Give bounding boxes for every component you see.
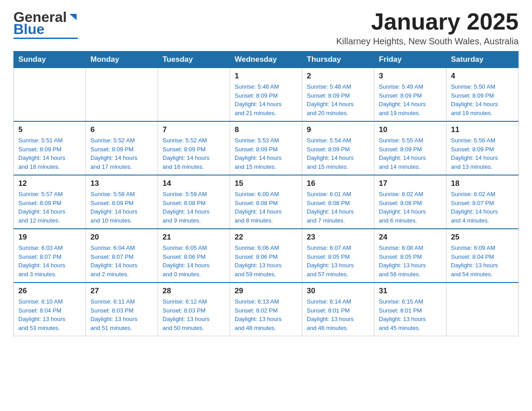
day-number: 4: [451, 72, 514, 81]
table-row: [86, 68, 158, 122]
day-number: 5: [18, 125, 81, 134]
table-row: 2Sunrise: 5:48 AMSunset: 8:09 PMDaylight…: [302, 68, 374, 122]
day-number: 19: [18, 233, 81, 242]
col-monday: Monday: [86, 51, 158, 68]
day-number: 3: [379, 72, 442, 81]
day-info: Sunrise: 5:53 AMSunset: 8:09 PMDaylight:…: [235, 136, 297, 171]
day-info: Sunrise: 5:52 AMSunset: 8:09 PMDaylight:…: [90, 136, 153, 171]
day-number: 25: [451, 233, 514, 242]
table-row: 24Sunrise: 6:08 AMSunset: 8:05 PMDayligh…: [374, 229, 446, 283]
day-info: Sunrise: 5:49 AMSunset: 8:09 PMDaylight:…: [379, 82, 442, 117]
logo-blue: Blue: [13, 23, 44, 36]
day-info: Sunrise: 6:02 AMSunset: 8:07 PMDaylight:…: [451, 190, 514, 225]
table-row: 19Sunrise: 6:03 AMSunset: 8:07 PMDayligh…: [14, 229, 86, 283]
table-row: 30Sunrise: 6:14 AMSunset: 8:01 PMDayligh…: [302, 283, 374, 336]
table-row: 6Sunrise: 5:52 AMSunset: 8:09 PMDaylight…: [86, 121, 158, 175]
day-number: 12: [18, 179, 81, 188]
table-row: [14, 68, 86, 122]
day-info: Sunrise: 5:58 AMSunset: 8:09 PMDaylight:…: [90, 190, 153, 225]
col-wednesday: Wednesday: [230, 51, 302, 68]
header: General Blue January 2025 Killarney Heig…: [13, 9, 519, 47]
day-number: 9: [307, 125, 369, 134]
day-number: 29: [235, 287, 297, 295]
day-info: Sunrise: 5:48 AMSunset: 8:09 PMDaylight:…: [307, 82, 369, 117]
day-info: Sunrise: 6:02 AMSunset: 8:08 PMDaylight:…: [379, 190, 442, 225]
day-number: 20: [90, 233, 153, 242]
day-info: Sunrise: 6:03 AMSunset: 8:07 PMDaylight:…: [18, 244, 81, 278]
day-info: Sunrise: 6:01 AMSunset: 8:08 PMDaylight:…: [307, 190, 369, 225]
day-info: Sunrise: 6:10 AMSunset: 8:04 PMDaylight:…: [18, 297, 81, 332]
location: Killarney Heights, New South Wales, Aust…: [336, 36, 519, 47]
day-info: Sunrise: 6:15 AMSunset: 8:01 PMDaylight:…: [379, 297, 442, 332]
table-row: [446, 283, 519, 336]
day-info: Sunrise: 6:07 AMSunset: 8:05 PMDaylight:…: [307, 244, 369, 278]
table-row: 1Sunrise: 5:48 AMSunset: 8:09 PMDaylight…: [230, 68, 302, 122]
table-row: 10Sunrise: 5:55 AMSunset: 8:09 PMDayligh…: [374, 121, 446, 175]
table-row: 16Sunrise: 6:01 AMSunset: 8:08 PMDayligh…: [302, 175, 374, 229]
table-row: 7Sunrise: 5:52 AMSunset: 8:09 PMDaylight…: [158, 121, 230, 175]
table-row: 29Sunrise: 6:13 AMSunset: 8:02 PMDayligh…: [230, 283, 302, 336]
calendar: Sunday Monday Tuesday Wednesday Thursday…: [13, 51, 519, 336]
logo-underline: [13, 38, 78, 39]
day-info: Sunrise: 6:09 AMSunset: 8:04 PMDaylight:…: [451, 244, 514, 278]
calendar-header-row: Sunday Monday Tuesday Wednesday Thursday…: [14, 51, 519, 68]
day-number: 21: [163, 233, 225, 242]
day-number: 13: [90, 179, 153, 188]
day-info: Sunrise: 5:57 AMSunset: 8:09 PMDaylight:…: [18, 190, 81, 225]
day-info: Sunrise: 5:52 AMSunset: 8:09 PMDaylight:…: [163, 136, 225, 171]
day-number: 6: [90, 125, 153, 134]
day-info: Sunrise: 6:04 AMSunset: 8:07 PMDaylight:…: [90, 244, 153, 278]
day-number: 31: [379, 287, 442, 295]
table-row: 31Sunrise: 6:15 AMSunset: 8:01 PMDayligh…: [374, 283, 446, 336]
table-row: 20Sunrise: 6:04 AMSunset: 8:07 PMDayligh…: [86, 229, 158, 283]
table-row: 28Sunrise: 6:12 AMSunset: 8:03 PMDayligh…: [158, 283, 230, 336]
logo-triangle-icon: [68, 12, 78, 22]
table-row: 13Sunrise: 5:58 AMSunset: 8:09 PMDayligh…: [86, 175, 158, 229]
day-number: 30: [307, 287, 369, 295]
day-info: Sunrise: 6:08 AMSunset: 8:05 PMDaylight:…: [379, 244, 442, 278]
day-number: 7: [163, 125, 225, 134]
day-number: 27: [90, 287, 153, 295]
col-saturday: Saturday: [446, 51, 519, 68]
col-tuesday: Tuesday: [158, 51, 230, 68]
day-info: Sunrise: 5:51 AMSunset: 8:09 PMDaylight:…: [18, 136, 81, 171]
day-number: 17: [379, 179, 442, 188]
day-number: 18: [451, 179, 514, 188]
table-row: 17Sunrise: 6:02 AMSunset: 8:08 PMDayligh…: [374, 175, 446, 229]
day-number: 22: [235, 233, 297, 242]
table-row: 11Sunrise: 5:56 AMSunset: 8:09 PMDayligh…: [446, 121, 519, 175]
day-number: 2: [307, 72, 369, 81]
table-row: 12Sunrise: 5:57 AMSunset: 8:09 PMDayligh…: [14, 175, 86, 229]
table-row: 22Sunrise: 6:06 AMSunset: 8:06 PMDayligh…: [230, 229, 302, 283]
title-area: January 2025 Killarney Heights, New Sout…: [336, 9, 519, 47]
col-sunday: Sunday: [14, 51, 86, 68]
logo: General Blue: [13, 9, 78, 39]
day-info: Sunrise: 6:13 AMSunset: 8:02 PMDaylight:…: [235, 297, 297, 332]
day-number: 1: [235, 72, 297, 81]
table-row: 3Sunrise: 5:49 AMSunset: 8:09 PMDaylight…: [374, 68, 446, 122]
day-number: 8: [235, 125, 297, 134]
day-number: 11: [451, 125, 514, 134]
day-info: Sunrise: 5:50 AMSunset: 8:09 PMDaylight:…: [451, 82, 514, 117]
table-row: 9Sunrise: 5:54 AMSunset: 8:09 PMDaylight…: [302, 121, 374, 175]
day-info: Sunrise: 6:12 AMSunset: 8:03 PMDaylight:…: [163, 297, 225, 332]
table-row: 4Sunrise: 5:50 AMSunset: 8:09 PMDaylight…: [446, 68, 519, 122]
table-row: 26Sunrise: 6:10 AMSunset: 8:04 PMDayligh…: [14, 283, 86, 336]
day-number: 26: [18, 287, 81, 295]
day-info: Sunrise: 6:06 AMSunset: 8:06 PMDaylight:…: [235, 244, 297, 278]
day-info: Sunrise: 5:48 AMSunset: 8:09 PMDaylight:…: [235, 82, 297, 117]
day-info: Sunrise: 5:56 AMSunset: 8:09 PMDaylight:…: [451, 136, 514, 171]
table-row: 23Sunrise: 6:07 AMSunset: 8:05 PMDayligh…: [302, 229, 374, 283]
table-row: 21Sunrise: 6:05 AMSunset: 8:06 PMDayligh…: [158, 229, 230, 283]
day-number: 16: [307, 179, 369, 188]
day-number: 14: [163, 179, 225, 188]
table-row: 15Sunrise: 6:00 AMSunset: 8:08 PMDayligh…: [230, 175, 302, 229]
table-row: 5Sunrise: 5:51 AMSunset: 8:09 PMDaylight…: [14, 121, 86, 175]
table-row: [158, 68, 230, 122]
day-number: 23: [307, 233, 369, 242]
day-info: Sunrise: 5:59 AMSunset: 8:08 PMDaylight:…: [163, 190, 225, 225]
day-info: Sunrise: 5:55 AMSunset: 8:09 PMDaylight:…: [379, 136, 442, 171]
col-thursday: Thursday: [302, 51, 374, 68]
month-year: January 2025: [336, 9, 519, 34]
day-info: Sunrise: 6:05 AMSunset: 8:06 PMDaylight:…: [163, 244, 225, 278]
